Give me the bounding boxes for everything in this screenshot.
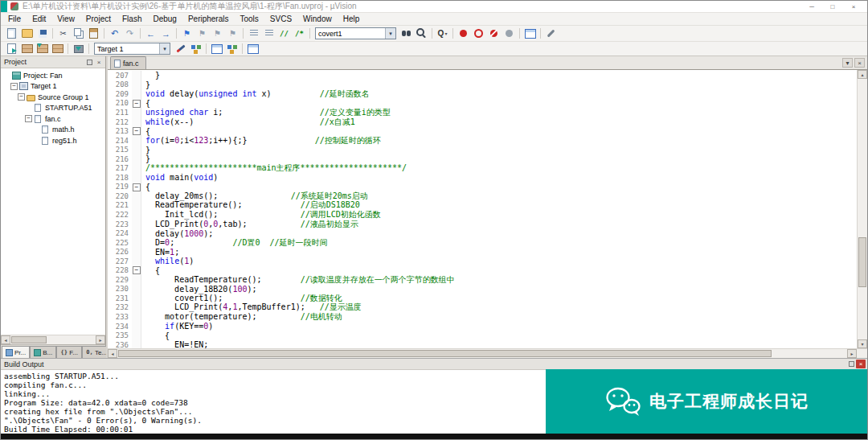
bookmark-toggle-icon[interactable] [180, 27, 194, 39]
fold-collapse-icon[interactable] [132, 99, 141, 109]
dropdown-arrow-icon[interactable] [385, 28, 395, 39]
code-line[interactable]: 236 EN=!EN; [108, 340, 857, 348]
insert-breakpoint-icon[interactable] [457, 27, 470, 39]
batch-build-icon[interactable] [51, 43, 64, 55]
kill-breakpoints-icon[interactable] [487, 27, 501, 39]
collapse-icon[interactable] [25, 115, 32, 122]
scroll-left-icon[interactable] [108, 349, 117, 358]
fold-collapse-icon[interactable] [132, 126, 141, 136]
uncomment-selection-icon[interactable] [293, 27, 306, 39]
redo-icon[interactable] [123, 27, 137, 39]
configure-icon[interactable] [544, 27, 558, 39]
scroll-up-icon[interactable] [858, 70, 867, 79]
project-hscrollbar[interactable] [1, 335, 105, 344]
editor-hscrollbar[interactable] [108, 348, 867, 358]
scroll-right-icon[interactable] [96, 335, 105, 344]
panel-tab-project[interactable]: Pr... [2, 346, 30, 358]
options-for-target-icon[interactable] [174, 43, 187, 55]
scroll-right-icon[interactable] [847, 349, 857, 358]
tree-item-startup.a51[interactable]: STARTUP.A51 [1, 103, 105, 114]
scrollbar-thumb[interactable] [11, 336, 47, 343]
fold-collapse-icon[interactable] [132, 183, 141, 192]
menu-item-debug[interactable]: Debug [147, 13, 182, 26]
code-line[interactable]: 212while(x--) //x自减1 [108, 117, 857, 127]
menu-item-tools[interactable]: Tools [235, 13, 264, 26]
cut-icon[interactable] [56, 27, 70, 39]
tree-item-source-group-1[interactable]: Source Group 1 [1, 92, 105, 103]
tree-item-fan.c[interactable]: fan.c [1, 113, 105, 125]
editor-vscrollbar[interactable] [857, 70, 867, 348]
menu-item-flash[interactable]: Flash [117, 13, 147, 26]
multi-project-icon[interactable] [225, 43, 239, 55]
menu-item-peripherals[interactable]: Peripherals [182, 13, 235, 26]
collapse-icon[interactable] [18, 93, 25, 101]
code-line[interactable]: 229 ReadTemperature(); //读取温度并存放在一个两个字节的… [108, 275, 857, 285]
manage-project-items-icon[interactable] [189, 43, 203, 55]
file-extensions-icon[interactable] [210, 43, 223, 55]
tree-item-project-fan[interactable]: Project: Fan [1, 70, 105, 81]
target-combo[interactable]: Target 1 [94, 43, 170, 55]
open-file-icon[interactable] [20, 27, 34, 39]
code-line[interactable]: 217/**********************main主程序*******… [108, 163, 857, 173]
copy-icon[interactable] [72, 27, 85, 39]
translate-file-icon[interactable] [5, 43, 18, 55]
undo-icon[interactable] [108, 27, 121, 39]
code-line[interactable]: 233 motor(temperature); //电机转动 [108, 312, 857, 322]
indent-icon[interactable] [262, 27, 276, 39]
menu-item-view[interactable]: View [51, 13, 80, 26]
bookmark-prev-icon[interactable] [195, 27, 209, 39]
close-panel-icon[interactable] [856, 360, 866, 368]
menu-item-window[interactable]: Window [297, 13, 338, 26]
code-line[interactable]: 207 } [108, 71, 857, 80]
code-line[interactable]: 226 EN=1; [108, 247, 857, 257]
panel-tab-functions[interactable]: F... [56, 346, 82, 358]
bookmark-next-icon[interactable] [211, 27, 224, 39]
rebuild-all-icon[interactable] [35, 43, 49, 55]
nav-back-icon[interactable] [144, 27, 158, 39]
nav-forward-icon[interactable] [159, 27, 173, 39]
menu-item-file[interactable]: File [2, 13, 27, 26]
scroll-left-icon[interactable] [1, 335, 10, 344]
download-flash-icon[interactable] [72, 43, 85, 55]
close-panel-icon[interactable] [94, 58, 104, 67]
build-icon[interactable] [20, 43, 34, 55]
search-icon[interactable] [415, 27, 428, 39]
scrollbar-thumb[interactable] [118, 350, 772, 357]
code-line[interactable]: 235 { [108, 331, 857, 340]
fold-collapse-icon[interactable] [132, 265, 141, 275]
tree-item-reg51.h[interactable]: reg51.h [1, 135, 105, 146]
enable-breakpoints-icon[interactable] [502, 27, 516, 39]
code-line[interactable]: 223 LCD_Print(0,0,tab); //液晶初始显示 [108, 220, 857, 229]
panel-tab-books[interactable]: B... [30, 346, 56, 358]
debug-windows-icon[interactable] [246, 43, 260, 55]
code-line[interactable]: 227 while(1) [108, 257, 857, 266]
close-tab-icon[interactable] [854, 58, 865, 68]
window-layout-icon[interactable] [523, 27, 537, 39]
quick-find-icon[interactable] [436, 27, 449, 39]
code-line[interactable]: 234 if(KEY==0) [108, 322, 857, 331]
menu-item-edit[interactable]: Edit [27, 13, 51, 26]
find-in-files-icon[interactable] [399, 27, 413, 39]
save-icon[interactable] [35, 27, 49, 39]
menu-item-svcs[interactable]: SVCS [264, 13, 297, 26]
find-combo[interactable]: covert1 [315, 27, 396, 39]
tab-fan.c[interactable]: fan.c [110, 56, 146, 69]
tab-list-icon[interactable] [842, 58, 853, 68]
minimize-button[interactable] [801, 2, 822, 12]
code-area[interactable]: 207 }208}209void delay(unsigned int x) /… [108, 70, 857, 348]
menu-item-project[interactable]: Project [80, 13, 117, 26]
menu-item-help[interactable]: Help [338, 13, 366, 26]
code-line[interactable]: 225 D=0; //D置0 //延时一段时间 [108, 238, 857, 248]
tree-item-math.h[interactable]: math.h [1, 125, 105, 136]
unindent-icon[interactable] [247, 27, 260, 39]
bookmark-clear-icon[interactable] [226, 27, 240, 39]
code-line[interactable]: 215} [108, 145, 857, 154]
comment-selection-icon[interactable] [277, 27, 291, 39]
pin-icon[interactable] [846, 360, 856, 368]
paste-icon[interactable] [87, 27, 100, 39]
dropdown-arrow-icon[interactable] [159, 43, 170, 54]
scrollbar-thumb[interactable] [858, 237, 866, 287]
code-line[interactable]: 209void delay(unsigned int x) //延时函数名 [108, 89, 857, 99]
close-button[interactable] [843, 2, 864, 12]
code-line[interactable]: 214for(i=0;i<123;i++){;} //控制延时的循环 [108, 136, 857, 146]
